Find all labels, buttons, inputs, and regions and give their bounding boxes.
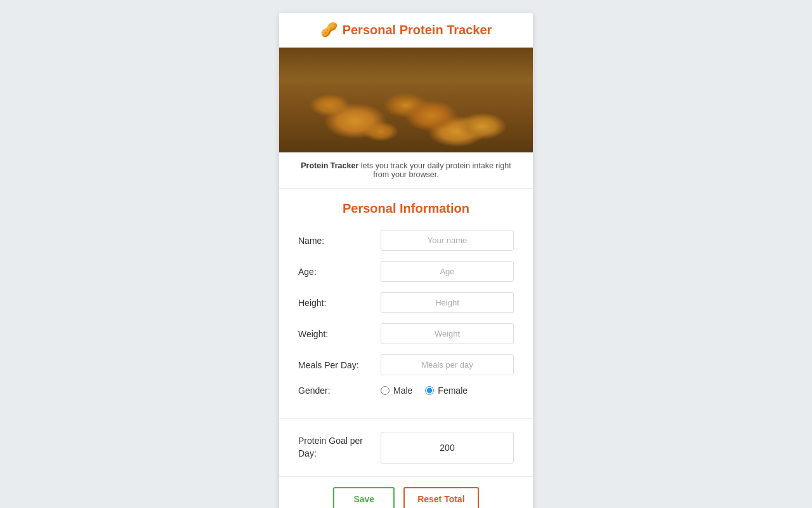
personal-info-section: Personal Information Name: Age: Height: … — [279, 189, 533, 419]
gender-female-radio[interactable] — [425, 386, 434, 395]
name-group: Name: — [298, 230, 514, 251]
section-title: Personal Information — [298, 201, 514, 216]
height-group: Height: — [298, 292, 514, 313]
hero-image — [279, 48, 533, 152]
description-rest: lets you track your daily protein intake… — [358, 161, 511, 179]
gender-female-label[interactable]: Female — [425, 385, 468, 396]
description-area: Protein Tracker lets you track your dail… — [279, 152, 533, 189]
gender-male-text: Male — [393, 385, 412, 396]
name-label: Name: — [298, 236, 381, 246]
save-button[interactable]: Save — [333, 487, 395, 508]
meals-label: Meals Per Day: — [298, 360, 381, 370]
gender-group: Gender: Male Female — [298, 385, 514, 396]
gender-male-label[interactable]: Male — [381, 385, 412, 396]
hero-image-inner — [279, 48, 533, 152]
gender-male-radio[interactable] — [381, 386, 390, 395]
meals-input[interactable] — [381, 354, 514, 375]
weight-group: Weight: — [298, 323, 514, 344]
weight-input[interactable] — [381, 323, 514, 344]
gender-female-text: Female — [438, 385, 468, 396]
meals-group: Meals Per Day: — [298, 354, 514, 375]
protein-goal-label: Protein Goal perDay: — [298, 435, 381, 460]
reset-total-button[interactable]: Reset Total — [403, 487, 478, 508]
age-label: Age: — [298, 267, 381, 277]
height-input[interactable] — [381, 292, 514, 313]
protein-goal-section: Protein Goal perDay: — [279, 419, 533, 477]
gender-radio-group: Male Female — [381, 385, 468, 396]
age-input[interactable] — [381, 261, 514, 282]
gender-label: Gender: — [298, 385, 381, 396]
description-bold: Protein Tracker — [301, 161, 358, 170]
title-text: Personal Protein Tracker — [343, 23, 492, 37]
peanut-icon: 🥜 — [320, 22, 337, 38]
age-group: Age: — [298, 261, 514, 282]
app-title: 🥜 Personal Protein Tracker — [320, 22, 492, 38]
name-input[interactable] — [381, 230, 514, 251]
buttons-area: Save Reset Total — [279, 477, 533, 508]
app-header: 🥜 Personal Protein Tracker — [279, 13, 533, 48]
weight-label: Weight: — [298, 329, 381, 339]
protein-goal-input[interactable] — [381, 432, 514, 464]
app-container: 🥜 Personal Protein Tracker Protein Track… — [279, 13, 533, 508]
height-label: Height: — [298, 298, 381, 308]
